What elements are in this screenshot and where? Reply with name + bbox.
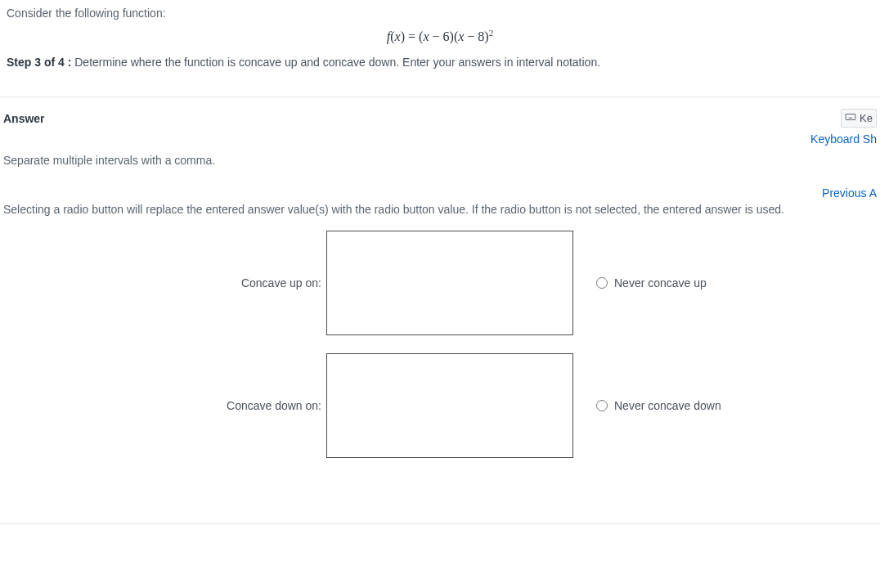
keyboard-icon bbox=[845, 111, 856, 125]
never-concave-down-radio[interactable] bbox=[596, 400, 608, 411]
formula-block: f(x) = (x − 6)(x − 8)2 bbox=[7, 28, 873, 44]
concave-up-row: Concave up on: Never concave up bbox=[3, 231, 877, 335]
step-prefix: Step 3 of 4 : bbox=[7, 56, 71, 69]
keyboard-shortcuts-link[interactable]: Keyboard Sh bbox=[3, 132, 877, 146]
keypad-button[interactable]: Ke bbox=[841, 109, 877, 128]
bottom-border bbox=[0, 523, 880, 524]
step-line: Step 3 of 4 : Determine where the functi… bbox=[7, 56, 873, 69]
answer-heading: Answer bbox=[3, 112, 45, 125]
formula-eq: = bbox=[405, 29, 419, 43]
formula-p2-op: − bbox=[464, 29, 478, 43]
formula-p1-op: − bbox=[429, 29, 443, 43]
never-concave-down-label: Never concave down bbox=[614, 399, 721, 412]
never-concave-up-label: Never concave up bbox=[614, 276, 707, 290]
concave-down-input[interactable] bbox=[326, 353, 573, 458]
never-concave-up-radio[interactable] bbox=[596, 277, 608, 289]
concave-down-row: Concave down on: Never concave down bbox=[3, 353, 877, 458]
svg-rect-0 bbox=[846, 114, 855, 120]
formula-var1: x bbox=[395, 29, 401, 43]
formula-exp: 2 bbox=[489, 28, 494, 38]
previous-answer-link[interactable]: Previous A bbox=[3, 186, 877, 200]
keypad-label: Ke bbox=[860, 112, 873, 124]
formula: f(x) = (x − 6)(x − 8)2 bbox=[387, 29, 493, 43]
concave-down-label: Concave down on: bbox=[3, 399, 326, 412]
formula-p1-var: x bbox=[423, 29, 429, 43]
never-concave-up-option[interactable]: Never concave up bbox=[573, 276, 707, 290]
question-intro: Consider the following function: bbox=[7, 7, 873, 20]
never-concave-down-option[interactable]: Never concave down bbox=[573, 399, 721, 412]
formula-p1-num: 6 bbox=[443, 29, 450, 43]
radio-hint: Selecting a radio button will replace th… bbox=[3, 203, 877, 216]
concave-up-input[interactable] bbox=[326, 231, 573, 335]
separate-note: Separate multiple intervals with a comma… bbox=[3, 154, 877, 167]
step-text: Determine where the function is concave … bbox=[71, 56, 600, 69]
concave-up-label: Concave up on: bbox=[3, 276, 326, 290]
